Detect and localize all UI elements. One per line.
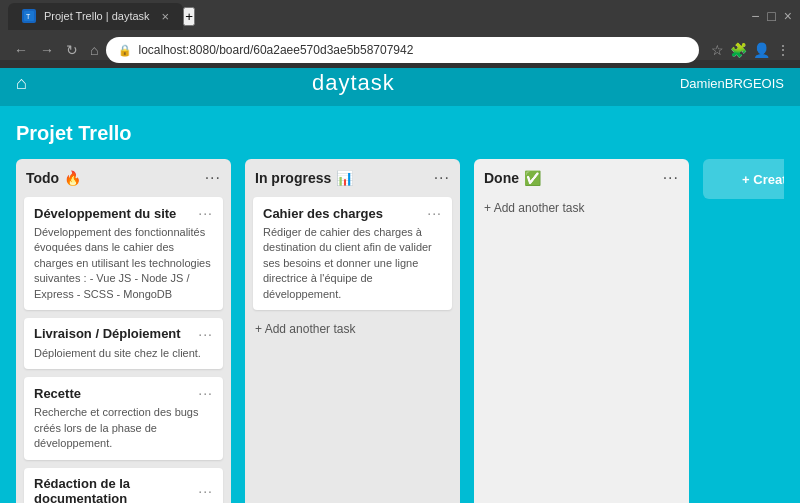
card-redaction: Rédaction de la documentation ··· Rédact… [24,468,223,503]
card-developpement-desc: Développement des fonctionnalités évoqué… [34,225,213,302]
column-header-inprogress: In progress 📊 ··· [253,169,452,189]
forward-button[interactable]: → [36,40,58,60]
project-title: Projet Trello [16,122,784,145]
app-home-icon[interactable]: ⌂ [16,73,27,94]
browser-tab[interactable]: T Projet Trello | daytask × [8,3,183,30]
user-name: DamienBRGEOIS [680,76,784,91]
card-redaction-title: Rédaction de la documentation [34,476,198,503]
lock-icon: 🔒 [118,44,132,57]
tab-close-button[interactable]: × [162,9,170,24]
card-cahier: Cahier des charges ··· Rédiger de cahier… [253,197,452,310]
card-recette-header: Recette ··· [34,385,213,401]
page-content: Projet Trello Todo 🔥 ··· Développement d… [0,106,800,503]
maximize-button[interactable]: □ [767,8,775,24]
card-recette-title: Recette [34,386,81,401]
menu-icon[interactable]: ⋮ [776,42,790,58]
address-bar[interactable]: 🔒 localhost:8080/board/60a2aee570d3ae5b5… [106,37,699,63]
svg-text:T: T [26,13,31,20]
extensions-icon[interactable]: 🧩 [730,42,747,58]
todo-emoji: 🔥 [64,170,81,186]
card-livraison-menu[interactable]: ··· [198,326,213,342]
back-button[interactable]: ← [10,40,32,60]
column-done: Done ✅ ··· + Add another task [474,159,689,503]
column-title-todo: Todo 🔥 [26,170,81,186]
card-cahier-desc: Rédiger de cahier des charges à destinat… [263,225,442,302]
reload-button[interactable]: ↻ [62,40,82,60]
browser-right-icons: ☆ 🧩 👤 ⋮ [711,42,790,58]
card-recette: Recette ··· Recherche et correction des … [24,377,223,459]
browser-chrome: T Projet Trello | daytask × + − □ × ← → … [0,0,800,60]
card-livraison: Livraison / Déploiement ··· Déploiement … [24,318,223,369]
column-title-inprogress: In progress 📊 [255,170,353,186]
column-title-done: Done ✅ [484,170,541,186]
browser-controls: ← → ↻ ⌂ 🔒 localhost:8080/board/60a2aee57… [0,32,800,68]
new-tab-button[interactable]: + [183,7,195,26]
url-text: localhost:8080/board/60a2aee570d3ae5b587… [138,43,413,57]
create-column-button[interactable]: + Create a new... [703,159,784,199]
card-livraison-title: Livraison / Déploiement [34,326,181,341]
browser-tab-bar: T Projet Trello | daytask × + − □ × [0,0,800,32]
card-developpement-menu[interactable]: ··· [198,205,213,221]
tab-favicon: T [22,9,36,23]
column-menu-inprogress[interactable]: ··· [434,169,450,187]
card-redaction-menu[interactable]: ··· [198,483,213,499]
app-title: daytask [27,70,680,96]
card-livraison-desc: Déploiement du site chez le client. [34,346,213,361]
column-menu-done[interactable]: ··· [663,169,679,187]
add-task-done[interactable]: + Add another task [482,197,681,219]
card-developpement-title: Développement du site [34,206,176,221]
minimize-button[interactable]: − [751,8,759,24]
column-todo: Todo 🔥 ··· Développement du site ··· Dév… [16,159,231,503]
app-header: ⌂ daytask DamienBRGEOIS [0,60,800,106]
home-button[interactable]: ⌂ [86,40,102,60]
card-cahier-menu[interactable]: ··· [427,205,442,221]
card-livraison-header: Livraison / Déploiement ··· [34,326,213,342]
card-recette-desc: Recherche et correction des bugs créés l… [34,405,213,451]
card-redaction-header: Rédaction de la documentation ··· [34,476,213,503]
card-cahier-title: Cahier des charges [263,206,383,221]
card-recette-menu[interactable]: ··· [198,385,213,401]
add-task-inprogress[interactable]: + Add another task [253,318,452,340]
kanban-board: Todo 🔥 ··· Développement du site ··· Dév… [16,159,784,503]
card-developpement-header: Développement du site ··· [34,205,213,221]
card-developpement: Développement du site ··· Développement … [24,197,223,310]
column-menu-todo[interactable]: ··· [205,169,221,187]
inprogress-emoji: 📊 [336,170,353,186]
profile-icon[interactable]: 👤 [753,42,770,58]
column-inprogress: In progress 📊 ··· Cahier des charges ···… [245,159,460,503]
column-header-todo: Todo 🔥 ··· [24,169,223,189]
done-emoji: ✅ [524,170,541,186]
card-cahier-header: Cahier des charges ··· [263,205,442,221]
column-header-done: Done ✅ ··· [482,169,681,189]
star-icon[interactable]: ☆ [711,42,724,58]
close-button[interactable]: × [784,8,792,24]
tab-title: Projet Trello | daytask [44,10,150,22]
